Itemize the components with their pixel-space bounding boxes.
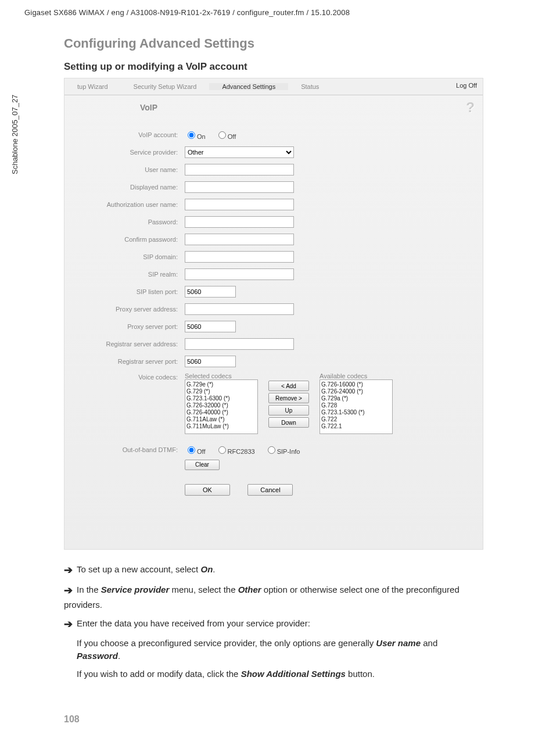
instr-text: and	[421, 638, 437, 648]
dtmf-sip-label: SIP-Info	[277, 448, 300, 455]
list-item[interactable]: G.723.1-5300 (*)	[321, 409, 391, 416]
tab-status[interactable]: Status	[288, 83, 332, 90]
instr-text: .	[118, 651, 120, 661]
codec-up-button[interactable]: Up	[268, 405, 309, 415]
dtmf-rfc-label: RFC2833	[228, 448, 255, 455]
list-item[interactable]: G.729e (*)	[186, 381, 256, 388]
available-codecs-header: Available codecs	[320, 372, 393, 379]
reg-addr-label: Registrar server address:	[64, 341, 185, 347]
voip-account-label: VoIP account:	[64, 131, 185, 138]
sip-realm-field[interactable]	[185, 268, 294, 280]
sip-domain-label: SIP domain:	[64, 253, 185, 260]
confirm-password-field[interactable]	[185, 234, 294, 245]
instr-strong: On	[200, 564, 213, 574]
displayed-name-label: Displayed name:	[64, 184, 185, 191]
instr-strong: User name	[376, 638, 421, 648]
help-icon[interactable]: ?	[466, 99, 475, 116]
document-header-path: Gigaset SX686 WiMAX / eng / A31008-N919-…	[24, 8, 350, 17]
displayed-name-field[interactable]	[185, 181, 294, 193]
instr-text: button.	[346, 669, 375, 679]
arrow-icon: ➔	[64, 583, 77, 599]
logoff-link[interactable]: Log Off	[456, 82, 477, 89]
proxy-port-label: Proxy server port:	[64, 323, 185, 330]
dtmf-off-radio[interactable]	[188, 446, 195, 454]
selected-codecs-header: Selected codecs	[185, 372, 258, 379]
reg-port-label: Registrar server port:	[64, 358, 185, 365]
instr-text: If you choose a preconfigured service pr…	[77, 638, 376, 648]
list-item[interactable]: G.729a (*)	[321, 395, 391, 402]
list-item[interactable]: G.728	[321, 402, 391, 409]
page-title: Configuring Advanced Settings	[64, 36, 254, 51]
list-item[interactable]: G.729 (*)	[186, 388, 256, 395]
confirm-password-label: Confirm password:	[64, 236, 185, 243]
password-label: Password:	[64, 218, 185, 225]
selected-codecs-list[interactable]: G.729e (*) G.729 (*) G.723.1-6300 (*) G.…	[185, 379, 258, 434]
radio-on-label: On	[197, 133, 206, 140]
instr-text: .	[213, 564, 215, 574]
service-provider-label: Service provider:	[64, 149, 185, 156]
arrow-icon: ➔	[64, 562, 77, 578]
voip-heading: VoIP	[140, 103, 157, 112]
reg-addr-field[interactable]	[185, 338, 294, 350]
instr-text: In the	[77, 585, 101, 594]
instr-text: Enter the data you have received from yo…	[77, 618, 310, 628]
tab-setup-wizard[interactable]: tup Wizard	[64, 83, 121, 90]
page-number: 108	[64, 714, 80, 725]
list-item[interactable]: G.726-40000 (*)	[186, 409, 256, 416]
router-ui-screenshot: tup Wizard Security Setup Wizard Advance…	[64, 78, 483, 550]
ok-button[interactable]: OK	[185, 484, 230, 496]
instr-strong: Password	[77, 651, 118, 661]
list-item[interactable]: G.722	[321, 416, 391, 423]
instr-strong: Show Additional Settings	[241, 669, 346, 679]
instr-strong: Service provider	[101, 585, 170, 594]
radio-off-label: Off	[228, 133, 236, 140]
voice-codecs-label: Voice codecs:	[64, 372, 185, 381]
sip-realm-label: SIP realm:	[64, 271, 185, 278]
list-item[interactable]: G.726-24000 (*)	[321, 388, 391, 395]
section-title: Setting up or modifying a VoIP account	[64, 61, 247, 73]
proxy-addr-label: Proxy server address:	[64, 306, 185, 313]
instr-strong: Other	[238, 585, 261, 594]
dtmf-label: Out-of-band DTMF:	[64, 446, 185, 453]
sip-listen-port-label: SIP listen port:	[64, 288, 185, 295]
instr-text: menu, select the	[169, 585, 238, 594]
list-item[interactable]: G.711MuLaw (*)	[186, 423, 256, 430]
cancel-button[interactable]: Cancel	[247, 484, 293, 496]
top-tabs: tup Wizard Security Setup Wizard Advance…	[64, 78, 483, 95]
list-item[interactable]: G.711ALaw (*)	[186, 416, 256, 423]
proxy-addr-field[interactable]	[185, 303, 294, 315]
auth-user-field[interactable]	[185, 199, 294, 210]
codec-add-button[interactable]: < Add	[268, 381, 309, 391]
password-field[interactable]	[185, 216, 294, 228]
dtmf-sip-radio[interactable]	[268, 446, 275, 454]
voip-account-off-radio[interactable]	[218, 131, 226, 139]
instr-text: If you wish to add or modify data, click…	[77, 669, 241, 679]
user-name-field[interactable]	[185, 164, 294, 175]
user-name-label: User name:	[64, 166, 185, 173]
list-item[interactable]: G.726-16000 (*)	[321, 381, 391, 388]
codec-down-button[interactable]: Down	[268, 417, 309, 428]
voip-form: VoIP account: On Off Service provider: O…	[64, 126, 483, 496]
template-side-label: Schablone 2005_07_27	[10, 95, 19, 174]
sip-domain-field[interactable]	[185, 251, 294, 263]
list-item[interactable]: G.722.1	[321, 423, 391, 430]
sip-listen-port-field[interactable]	[185, 286, 236, 298]
voip-account-on-radio[interactable]	[188, 131, 195, 139]
clear-button[interactable]: Clear	[185, 460, 220, 470]
reg-port-field[interactable]	[185, 356, 236, 367]
available-codecs-list[interactable]: G.726-16000 (*) G.726-24000 (*) G.729a (…	[320, 379, 393, 434]
service-provider-select[interactable]: Other	[185, 146, 294, 158]
tab-advanced-settings[interactable]: Advanced Settings	[209, 83, 288, 90]
tab-security-wizard[interactable]: Security Setup Wizard	[121, 83, 210, 90]
codec-remove-button[interactable]: Remove >	[268, 393, 309, 403]
dtmf-off-label: Off	[197, 448, 205, 455]
auth-user-label: Authorization user name:	[64, 201, 185, 208]
instruction-block: ➔To set up a new account, select On. ➔In…	[64, 558, 482, 685]
instr-text: To set up a new account, select	[77, 564, 200, 574]
dtmf-rfc-radio[interactable]	[218, 446, 226, 454]
list-item[interactable]: G.726-32000 (*)	[186, 402, 256, 409]
list-item[interactable]: G.723.1-6300 (*)	[186, 395, 256, 402]
arrow-icon: ➔	[64, 617, 77, 632]
proxy-port-field[interactable]	[185, 321, 236, 332]
